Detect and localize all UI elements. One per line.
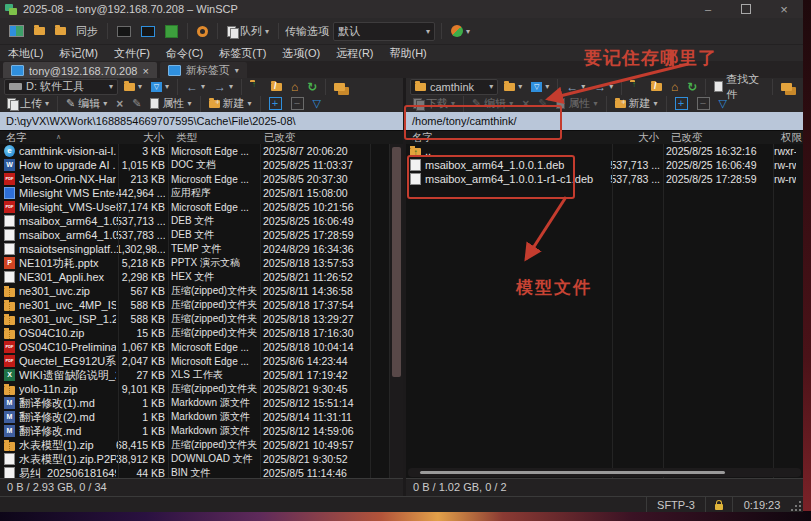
file-row[interactable]: camthink-vision-ai-l... 3 KB Microsoft E… — [0, 144, 403, 158]
queue-button[interactable]: 队列 — [224, 23, 272, 40]
chevron-down-icon — [545, 82, 549, 91]
file-row[interactable]: OS04C10.zip 15 KB 压缩(zipped)文件夹 2025/8/1… — [0, 326, 403, 340]
select-filter-button[interactable] — [310, 96, 324, 111]
select-add-button[interactable]: + — [672, 96, 691, 111]
column-header-size[interactable]: 大小 — [118, 131, 164, 144]
select-remove-button[interactable]: − — [694, 96, 713, 111]
local-path-bar[interactable]: D:\qyVX\WXWork\1688854669707595\Cache\Fi… — [0, 112, 403, 130]
file-row[interactable]: ne301_uvc_ISP_1.2.z... 588 KB 压缩(zipped)… — [0, 312, 403, 326]
open-directory-button[interactable] — [501, 81, 525, 92]
file-row[interactable]: 翻译修改.md 1 KB Markdown 源文件 2025/8/12 14:5… — [0, 424, 403, 438]
resize-grip[interactable] — [791, 497, 803, 512]
file-size: 1 KB — [116, 411, 165, 423]
file-row[interactable]: NE101功耗.pptx 5,218 KB PPTX 演示文稿 2025/8/1… — [0, 256, 403, 270]
filter-button[interactable] — [148, 81, 172, 93]
putty-button[interactable] — [138, 25, 158, 38]
menu-item[interactable]: 标签页(T) — [211, 45, 274, 62]
column-header-changed[interactable]: 已改变 — [264, 131, 296, 144]
file-row[interactable]: msaibox_arm64_1.0... 537,783 ... DEB 文件 … — [0, 228, 403, 242]
select-add-button[interactable]: + — [266, 96, 285, 111]
tab-close-icon[interactable]: × — [142, 65, 148, 77]
edit-button[interactable]: 编辑 — [63, 95, 110, 112]
select-filter-button[interactable] — [716, 96, 730, 111]
file-row[interactable]: How to upgrade AI ... 1,015 KB DOC 文档 20… — [0, 158, 403, 172]
filter-button[interactable] — [528, 81, 552, 93]
file-row[interactable]: Jetson-Orin-NX-Har... 213 KB Microsoft E… — [0, 172, 403, 186]
file-row[interactable]: Milesight_VMS-Use... 87,174 KB Microsoft… — [0, 200, 403, 214]
menu-item[interactable]: 远程(R) — [328, 45, 381, 62]
file-row[interactable]: WIKI遗留缺陷说明_2... 27 KB XLS 工作表 2025/8/1 1… — [0, 368, 403, 382]
directory-tree-button[interactable] — [331, 82, 352, 92]
new-tab-button[interactable]: 新标签页 — [160, 62, 247, 79]
new-button[interactable]: ＋新建 — [612, 95, 661, 112]
file-row[interactable]: msaiotsensingplatf... 1,302,98... TEMP 文… — [0, 242, 403, 256]
file-row[interactable]: Quectel_EG912U系... 2,047 KB Microsoft Ed… — [0, 354, 403, 368]
remote-horizontal-scrollbar[interactable] — [408, 468, 801, 477]
refresh-button[interactable] — [304, 79, 320, 95]
file-row[interactable]: ne301_uvc_4MP_ISP... 588 KB 压缩(zipped)文件… — [0, 298, 403, 312]
upload-button[interactable]: 上传 — [4, 95, 52, 112]
encryption-indicator[interactable] — [705, 497, 732, 512]
file-row[interactable]: 翻译修改(1).md 1 KB Markdown 源文件 2025/8/12 1… — [0, 396, 403, 410]
menu-item[interactable]: 本地(L) — [0, 45, 51, 62]
panes-layout-button[interactable] — [6, 24, 27, 38]
parent-directory-button[interactable]: ↑ — [627, 81, 645, 93]
session-tab-active[interactable]: tony@192.168.70.208 × — [3, 62, 157, 79]
column-header-changed[interactable]: 已改变 — [671, 131, 703, 144]
remote-dir-combo[interactable]: camthink — [410, 79, 498, 95]
file-row[interactable]: msaibox_arm64_1.0... 537,713 ... DEB 文件 … — [0, 214, 403, 228]
file-row[interactable]: OS04C10-Preliminar... 1,067 KB Microsoft… — [0, 340, 403, 354]
file-row[interactable]: Milesight VMS Ente... 442,964 ... 应用程序 2… — [0, 186, 403, 200]
column-header-name[interactable]: 名字 — [6, 131, 27, 144]
synchronize-button[interactable]: 同步 — [73, 23, 101, 40]
protocol-indicator[interactable]: SFTP-3 — [646, 497, 705, 512]
file-row[interactable]: 水表模型(1).zip 68,415 KB 压缩(zipped)文件夹 2025… — [0, 438, 403, 452]
file-row[interactable]: NE301_Appli.hex 2,298 KB HEX 文件 2025/8/2… — [0, 270, 403, 284]
parent-directory-button[interactable]: ↑ — [247, 81, 265, 93]
select-remove-button[interactable]: − — [288, 96, 307, 111]
home-directory-button[interactable] — [668, 79, 681, 95]
transfer-mode-button[interactable] — [448, 24, 473, 38]
maximize-button[interactable] — [727, 0, 765, 18]
properties-button[interactable]: 属性 — [147, 95, 194, 112]
back-button[interactable] — [563, 79, 588, 95]
file-size: 2,298 KB — [116, 271, 165, 283]
home-directory-button[interactable] — [288, 79, 301, 95]
column-header-size[interactable]: 大小 — [612, 131, 659, 144]
back-button[interactable] — [183, 79, 208, 95]
console-button[interactable] — [114, 25, 134, 38]
column-header-rights[interactable]: 权限 — [781, 131, 802, 144]
new-button[interactable]: ＋新建 — [206, 95, 255, 112]
toolbar-separator — [57, 96, 58, 112]
column-header-type[interactable]: 类型 — [176, 131, 197, 144]
rename-button[interactable] — [129, 96, 144, 111]
root-directory-button[interactable]: / — [648, 82, 665, 92]
close-button[interactable] — [765, 0, 803, 18]
directory-tree-button[interactable] — [778, 82, 799, 92]
menu-item[interactable]: 帮助(H) — [382, 45, 435, 62]
delete-button[interactable] — [113, 96, 126, 112]
drive-combo[interactable]: D: 软件工具 — [4, 79, 118, 95]
refresh-button[interactable] — [684, 79, 700, 95]
download-transfer-button[interactable] — [52, 26, 69, 36]
forward-button[interactable] — [591, 79, 616, 95]
menu-item[interactable]: 选项(O) — [274, 45, 328, 62]
root-directory-button[interactable]: / — [268, 82, 285, 92]
file-row[interactable]: ne301_uvc.zip 567 KB 压缩(zipped)文件夹 2025/… — [0, 284, 403, 298]
sync-browsing-button[interactable] — [162, 24, 181, 39]
minimize-button[interactable] — [689, 0, 727, 18]
menu-item[interactable]: 命令(C) — [158, 45, 211, 62]
menu-item[interactable]: 文件(F) — [106, 45, 158, 62]
forward-button[interactable] — [211, 79, 236, 95]
scrollbar-thumb[interactable] — [392, 147, 401, 377]
open-directory-button[interactable] — [121, 81, 145, 92]
file-row[interactable]: yolo-11n.zip 9,101 KB 压缩(zipped)文件夹 2025… — [0, 382, 403, 396]
preferences-button[interactable] — [194, 25, 211, 38]
file-row[interactable]: 翻译修改(2).md 1 KB Markdown 源文件 2025/8/14 1… — [0, 410, 403, 424]
file-row[interactable]: 水表模型(1).zip.P2P.... 38,912 KB DOWNLOAD 文… — [0, 452, 403, 466]
upload-transfer-button[interactable] — [31, 26, 48, 36]
local-vertical-scrollbar[interactable] — [389, 144, 403, 479]
transfer-preset-combo[interactable]: 默认 — [333, 22, 435, 41]
scrollbar-thumb[interactable] — [420, 471, 725, 474]
menu-item[interactable]: 标记(M) — [51, 45, 106, 62]
